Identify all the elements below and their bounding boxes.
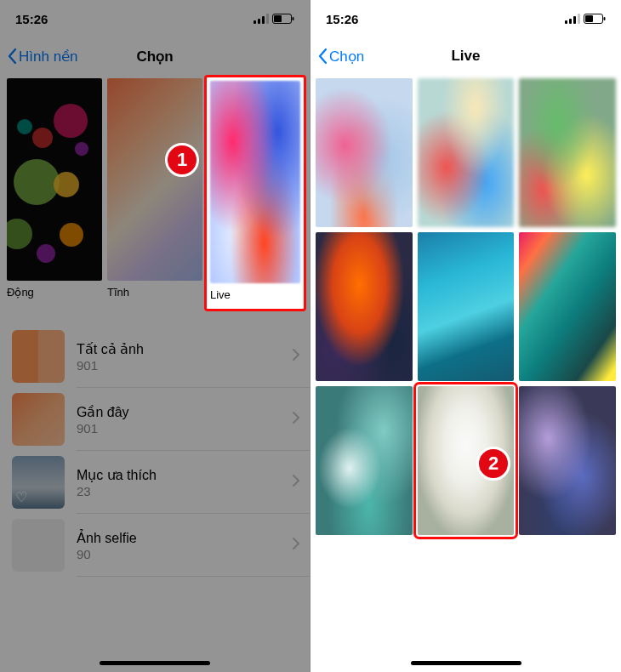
category-stills[interactable]: Tĩnh <box>107 78 202 311</box>
chevron-right-icon <box>293 412 299 427</box>
album-recents-title: Gần đây <box>77 404 281 420</box>
album-favorites-count: 23 <box>77 484 281 498</box>
heart-icon: ♡ <box>15 489 27 505</box>
album-selfies-title: Ảnh selfie <box>77 530 281 546</box>
category-dynamic-label: Động <box>7 286 102 301</box>
svg-rect-5 <box>274 15 282 22</box>
chevron-left-icon <box>317 48 328 65</box>
svg-rect-13 <box>604 17 606 20</box>
album-selfies-count: 90 <box>77 547 281 561</box>
screen-choose-wallpaper: 15:26 Hình nền Chọn <box>0 0 310 672</box>
wallpaper-item[interactable] <box>519 232 616 381</box>
nav-bar: Hình nền Chọn <box>0 37 310 75</box>
home-indicator[interactable] <box>411 661 521 665</box>
svg-rect-0 <box>254 20 256 24</box>
nav-back-label: Hình nền <box>19 48 78 65</box>
live-wallpaper-grid <box>310 75 621 538</box>
signal-icon <box>254 14 269 24</box>
status-bar: 15:26 <box>0 0 310 37</box>
album-favorites[interactable]: ♡ Mục ưa thích 23 <box>0 451 310 514</box>
wallpaper-item[interactable] <box>316 386 413 535</box>
album-selfies[interactable]: Ảnh selfie 90 <box>0 514 310 577</box>
nav-back-button[interactable]: Chọn <box>317 48 364 65</box>
album-favorites-thumb: ♡ <box>12 456 65 509</box>
category-dynamic[interactable]: Động <box>7 78 102 311</box>
highlight-box-1: Live <box>204 75 306 311</box>
nav-bar: Chọn Live <box>310 37 621 75</box>
chevron-right-icon <box>293 538 299 553</box>
category-dynamic-thumb <box>7 78 102 281</box>
album-list: Tất cả ảnh 901 Gần đây 901 ♡ Mục ưa thíc… <box>0 325 310 577</box>
nav-back-label: Chọn <box>329 48 364 65</box>
chevron-right-icon <box>293 475 299 490</box>
category-live[interactable]: Live <box>208 78 303 311</box>
album-recents[interactable]: Gần đây 901 <box>0 388 310 451</box>
album-recents-thumb <box>12 393 65 446</box>
wallpaper-item[interactable] <box>316 232 413 381</box>
svg-rect-3 <box>266 14 269 24</box>
step-badge-1: 1 <box>165 143 199 177</box>
battery-icon <box>584 14 606 24</box>
status-time: 15:26 <box>15 12 48 26</box>
nav-back-button[interactable]: Hình nền <box>7 48 78 65</box>
wallpaper-item[interactable] <box>519 386 616 535</box>
svg-rect-9 <box>573 16 576 24</box>
wallpaper-item[interactable] <box>316 78 413 227</box>
category-live-label: Live <box>210 288 300 304</box>
battery-icon <box>272 14 294 24</box>
wallpaper-item[interactable] <box>519 78 616 227</box>
album-all-count: 901 <box>77 358 281 373</box>
svg-rect-12 <box>585 15 593 22</box>
chevron-right-icon <box>293 349 299 364</box>
home-indicator[interactable] <box>100 661 210 665</box>
wallpaper-item[interactable] <box>418 232 515 381</box>
signal-icon <box>565 14 580 24</box>
status-time: 15:26 <box>326 12 358 26</box>
svg-rect-8 <box>569 19 572 24</box>
svg-rect-7 <box>565 20 567 24</box>
svg-rect-10 <box>578 14 580 24</box>
category-stills-label: Tĩnh <box>107 286 202 301</box>
wallpaper-item[interactable] <box>418 78 515 227</box>
chevron-left-icon <box>7 48 17 65</box>
category-live-thumb <box>210 81 300 283</box>
status-indicators <box>565 14 606 24</box>
album-all-title: Tất cả ảnh <box>77 341 281 357</box>
category-stills-thumb <box>107 78 202 281</box>
album-recents-count: 901 <box>77 421 281 436</box>
wallpaper-category-row: Động Tĩnh Live <box>0 75 310 311</box>
step-badge-2: 2 <box>476 447 510 481</box>
album-all-thumb <box>12 330 65 383</box>
svg-rect-6 <box>293 17 294 20</box>
svg-rect-1 <box>258 19 260 24</box>
svg-rect-2 <box>262 16 265 24</box>
status-indicators <box>254 14 294 24</box>
album-selfies-thumb <box>12 519 65 572</box>
album-all-photos[interactable]: Tất cả ảnh 901 <box>0 325 310 388</box>
screen-live-wallpapers: 15:26 Chọn Live 2 <box>310 0 621 672</box>
album-favorites-title: Mục ưa thích <box>77 467 281 483</box>
status-bar: 15:26 <box>310 0 621 37</box>
